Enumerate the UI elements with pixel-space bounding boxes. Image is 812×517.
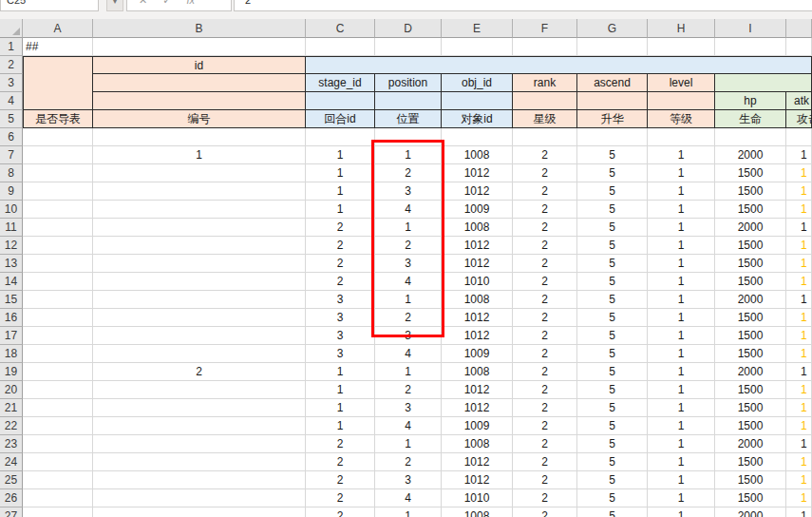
cell-C12[interactable]: 2: [306, 237, 375, 255]
cell-D5[interactable]: 位置: [375, 110, 442, 128]
cell-H25[interactable]: 1: [648, 471, 715, 489]
cell-H21[interactable]: 1: [648, 399, 715, 417]
cell-E4[interactable]: [442, 92, 513, 110]
cell-D18[interactable]: 4: [375, 345, 442, 363]
column-header-A[interactable]: A: [23, 19, 93, 38]
cell-I19[interactable]: 2000: [715, 363, 786, 381]
cell-A14[interactable]: [23, 273, 93, 291]
cell-B12[interactable]: [93, 237, 306, 255]
cell-F3[interactable]: rank: [513, 74, 577, 92]
cell-D11[interactable]: 1: [375, 219, 442, 237]
insert-function-icon[interactable]: fx: [186, 0, 195, 7]
cell-F27[interactable]: 2: [513, 507, 577, 517]
cell-A5[interactable]: 是否导表: [23, 110, 93, 128]
cell-G9[interactable]: 5: [577, 182, 648, 201]
cell-F8[interactable]: 2: [513, 164, 577, 182]
cell-I11[interactable]: 2000: [715, 219, 786, 237]
cell-H13[interactable]: 1: [648, 255, 715, 273]
cell-H7[interactable]: 1: [648, 146, 715, 164]
cell-C16[interactable]: 3: [306, 309, 375, 327]
cell-C4[interactable]: [306, 92, 375, 110]
cell-G10[interactable]: 5: [577, 201, 648, 219]
cell-J4[interactable]: atk: [786, 92, 812, 110]
row-header-8[interactable]: 8: [0, 164, 23, 182]
cell-F12[interactable]: 2: [513, 237, 577, 255]
cell-B14[interactable]: [93, 273, 306, 291]
cell-E26[interactable]: 1010: [442, 489, 513, 507]
cell-E11[interactable]: 1008: [442, 219, 513, 237]
cell-B21[interactable]: [93, 399, 306, 417]
cell-A27[interactable]: [23, 507, 93, 517]
cell-C18[interactable]: 3: [306, 345, 375, 363]
cell-G12[interactable]: 5: [577, 237, 648, 255]
cell-A13[interactable]: [23, 255, 93, 273]
cell-C15[interactable]: 3: [306, 291, 375, 309]
cell-A25[interactable]: [23, 471, 93, 489]
cell-D10[interactable]: 4: [375, 201, 442, 219]
cell-F26[interactable]: 2: [513, 489, 577, 507]
cell-I12[interactable]: 1500: [715, 237, 786, 255]
cell-J12[interactable]: 1: [786, 237, 812, 255]
cell-E19[interactable]: 1008: [442, 363, 513, 381]
cell-A11[interactable]: [23, 219, 93, 237]
cell-C8[interactable]: 1: [306, 164, 375, 182]
cell-A8[interactable]: [23, 164, 93, 182]
cell-H22[interactable]: 1: [648, 417, 715, 435]
cell-G3[interactable]: ascend: [577, 74, 648, 92]
cell-C19[interactable]: 1: [306, 363, 375, 381]
cell-H15[interactable]: 1: [648, 291, 715, 309]
cell-G24[interactable]: 5: [577, 453, 648, 471]
cell-D15[interactable]: 1: [375, 291, 442, 309]
cell-C13[interactable]: 2: [306, 255, 375, 273]
cell-G25[interactable]: 5: [577, 471, 648, 489]
row-header-18[interactable]: 18: [0, 345, 23, 363]
cell-J14[interactable]: 1: [786, 273, 812, 291]
cell-A23[interactable]: [23, 435, 93, 453]
cell-E10[interactable]: 1009: [442, 201, 513, 219]
cell-F11[interactable]: 2: [513, 219, 577, 237]
row-header-3[interactable]: 3: [0, 74, 23, 92]
cell-I9[interactable]: 1500: [715, 182, 786, 201]
cell-F7[interactable]: 2: [513, 146, 577, 164]
cell-C3[interactable]: stage_id: [306, 74, 375, 92]
cell-G22[interactable]: 5: [577, 417, 648, 435]
row-header-10[interactable]: 10: [0, 201, 23, 219]
cell-G18[interactable]: 5: [577, 345, 648, 363]
cell-E12[interactable]: 1012: [442, 237, 513, 255]
cell-E3[interactable]: obj_id: [442, 74, 513, 92]
cell-H3[interactable]: level: [648, 74, 715, 92]
cell-A24[interactable]: [23, 453, 93, 471]
cell-G6[interactable]: [577, 128, 648, 146]
formula-bar-input[interactable]: 2: [234, 0, 812, 11]
cell-J9[interactable]: 1: [786, 182, 812, 201]
row-header-4[interactable]: 4: [0, 92, 23, 110]
cell-E14[interactable]: 1010: [442, 273, 513, 291]
cell-B22[interactable]: [93, 417, 306, 435]
cell-C5[interactable]: 回合id: [306, 110, 375, 128]
cell-B11[interactable]: [93, 219, 306, 237]
cell-C20[interactable]: 1: [306, 381, 375, 399]
row-header-27[interactable]: 27: [0, 507, 23, 517]
cell-G13[interactable]: 5: [577, 255, 648, 273]
cell-I22[interactable]: 1500: [715, 417, 786, 435]
cell-F15[interactable]: 2: [513, 291, 577, 309]
cell-F10[interactable]: 2: [513, 201, 577, 219]
cell-G23[interactable]: 5: [577, 435, 648, 453]
cell-C2-J2-merged[interactable]: [306, 56, 812, 74]
cell-H23[interactable]: 1: [648, 435, 715, 453]
cell-D16[interactable]: 2: [375, 309, 442, 327]
row-header-24[interactable]: 24: [0, 453, 23, 471]
cell-J26[interactable]: 1: [786, 489, 812, 507]
cell-J27[interactable]: 1: [786, 507, 812, 517]
cell-B9[interactable]: [93, 182, 306, 201]
cell-A19[interactable]: [23, 363, 93, 381]
cell-I20[interactable]: 1500: [715, 381, 786, 399]
cell-I23[interactable]: 2000: [715, 435, 786, 453]
cell-B27[interactable]: [93, 507, 306, 517]
row-header-12[interactable]: 12: [0, 237, 23, 255]
cell-B18[interactable]: [93, 345, 306, 363]
cell-E6[interactable]: [442, 128, 513, 146]
cell-C7[interactable]: 1: [306, 146, 375, 164]
row-header-5[interactable]: 5: [0, 110, 23, 128]
cell-A1[interactable]: ##: [23, 38, 93, 56]
